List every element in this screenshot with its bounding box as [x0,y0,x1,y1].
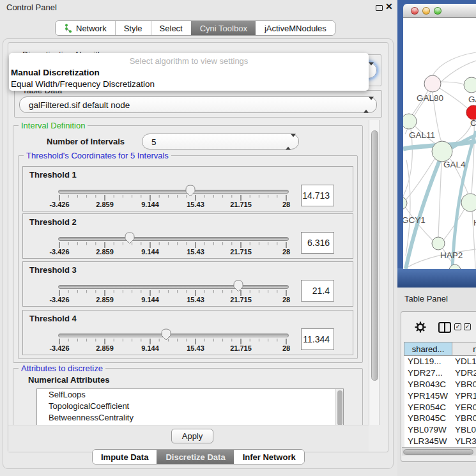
tab-infer-network[interactable]: Infer Network [234,450,304,464]
close-traffic-light[interactable] [411,7,418,15]
close-icon[interactable]: ✕ [385,1,393,12]
table-hscrollbar[interactable] [402,447,476,456]
slider-track[interactable] [58,237,289,241]
table-row[interactable]: YBR045CYBR0 [404,413,476,424]
slider-track[interactable] [58,334,289,337]
list-scrollbar[interactable] [335,389,343,425]
slider-track[interactable] [58,190,289,194]
cell-shared-name[interactable]: YDL19... [404,357,452,366]
network-edge[interactable] [472,119,474,194]
threshold-value-input[interactable]: 11.344 [301,328,334,350]
slider-thumb[interactable] [185,185,196,197]
list-scrollbar-thumb[interactable] [337,390,342,426]
numerical-attributes-list: SelfLoopsTopologicalCoefficientBetweenne… [36,388,344,425]
threshold-slider[interactable]: -3.4262.8599.14415.4321.71528 [52,184,333,212]
slider-track[interactable] [58,285,289,289]
apply-button[interactable]: Apply [171,429,213,443]
cell-shared-name[interactable]: YPR145W [404,391,452,401]
tab-network[interactable]: Network [56,21,115,35]
split-columns-icon[interactable] [438,322,451,333]
cell-shared-name[interactable]: YBL079W [404,425,452,434]
panel-scrollbar[interactable] [369,120,380,425]
table-row[interactable]: YDL19...YDL1 [404,356,476,367]
cell-name[interactable]: YBR0 [452,413,476,423]
cell-name[interactable]: YLR3 [452,436,476,446]
column-header-name[interactable]: na [452,342,476,356]
tab-cyni-toolbox[interactable]: Cyni Toolbox [191,21,256,35]
node-label-hap2: HAP2 [440,250,463,260]
cell-name[interactable]: YBR0 [452,380,476,389]
threshold-slider[interactable]: -3.4262.8599.14415.4321.71528 [52,328,333,356]
cell-name[interactable]: YER0 [452,403,476,412]
network-edge-thick[interactable] [406,154,442,269]
gear-icon[interactable] [415,321,426,335]
cell-shared-name[interactable]: YER054C [404,403,452,412]
table-data-value: galFiltered.sif default node [29,97,130,113]
table-hscrollbar-thumb[interactable] [403,449,473,455]
table-row[interactable]: YPR145WYPR1 [404,390,476,401]
cell-shared-name[interactable]: YBR043C [404,380,452,389]
threshold-slider[interactable]: -3.4262.8599.14415.4321.71528 [52,231,333,259]
network-edge[interactable] [440,82,464,84]
checkbox-icon[interactable]: ✓ [464,323,471,330]
network-edge[interactable] [438,162,441,237]
checkbox-icon[interactable]: ✓ [454,323,461,330]
list-item-selfloops[interactable]: SelfLoops [37,389,343,401]
list-item-topologicalcoefficient[interactable]: TopologicalCoefficient [37,401,343,412]
menu-item-equal-width-frequency-discretization[interactable]: Equal Width/Frequency Discretization [11,79,155,89]
tab-jactivemnodules[interactable]: jActiveMNodules [256,21,335,35]
table-data-combobox[interactable]: galFiltered.sif default node [19,96,377,113]
threshold-value-input[interactable]: 14.713 [301,185,334,206]
table-row[interactable]: YBR043CYBR0 [404,379,476,390]
threshold-slider[interactable]: -3.4262.8599.14415.4321.71528 [52,279,333,307]
network-node[interactable] [466,105,476,119]
cyni-mode-tabs: Impute DataDiscretize DataInfer Network [92,449,305,464]
network-edge[interactable] [440,88,468,109]
network-canvas[interactable]: GAL80GACGAL11GAL4GCY1HHAP2 [403,18,476,269]
network-edge[interactable] [433,52,476,75]
network-edge[interactable] [406,160,410,256]
network-node[interactable] [432,141,452,162]
tab-label: Discretize Data [165,452,225,462]
cell-shared-name[interactable]: YLR345W [404,436,452,446]
slider-thumb[interactable] [233,280,243,292]
tab-style[interactable]: Style [115,21,151,35]
threshold-label: Threshold 2 [29,217,77,227]
minimize-traffic-light[interactable] [422,7,430,15]
cell-name[interactable]: YPR1 [452,391,476,401]
cell-name[interactable]: YDL1 [452,357,476,366]
network-node[interactable] [424,75,441,92]
cell-shared-name[interactable]: YBR045C [404,413,452,423]
network-node[interactable] [461,194,476,211]
tab-discretize-data[interactable]: Discretize Data [157,450,233,464]
node-label-ga: GA [468,95,476,104]
slider-thumb[interactable] [125,232,135,244]
network-node[interactable] [432,237,445,250]
zoom-traffic-light[interactable] [434,7,441,15]
slider-thumb[interactable] [161,328,171,341]
list-item-betweennesscentrality[interactable]: BetweennessCentrality [37,412,343,424]
tab-impute-data[interactable]: Impute Data [93,450,157,464]
threshold-value-input[interactable]: 6.316 [301,232,334,254]
cell-name[interactable]: YBL0 [452,425,476,434]
network-node[interactable] [403,114,417,129]
threshold-value-input[interactable]: 21.4 [301,280,334,302]
table-row[interactable]: YBL079WYBL0 [404,424,476,436]
tab-select[interactable]: Select [151,21,191,35]
network-node[interactable] [464,77,476,93]
cell-shared-name[interactable]: YDR27... [404,368,452,378]
number-of-intervals-combobox[interactable]: 5 [142,134,299,150]
float-window-icon[interactable] [376,5,383,11]
network-node[interactable] [449,265,461,269]
cell-name[interactable]: YDR2 [452,368,476,378]
threshold-panel-4: Threshold 4-3.4262.8599.14415.4321.71528… [22,310,353,355]
node-label-gal80: GAL80 [417,93,443,103]
table-row[interactable]: YER054CYER0 [404,401,476,413]
panel-scrollbar-thumb[interactable] [371,130,378,381]
column-header-shared-name[interactable]: shared... [404,342,452,356]
table-row[interactable]: YDR27...YDR2 [404,367,476,379]
menu-item-manual-discretization[interactable]: Manual Discretization [11,68,100,77]
table-row[interactable]: YLR345WYLR3 [404,436,476,447]
tick-label: -3.426 [49,201,69,208]
tick-label: 9.144 [141,248,159,256]
